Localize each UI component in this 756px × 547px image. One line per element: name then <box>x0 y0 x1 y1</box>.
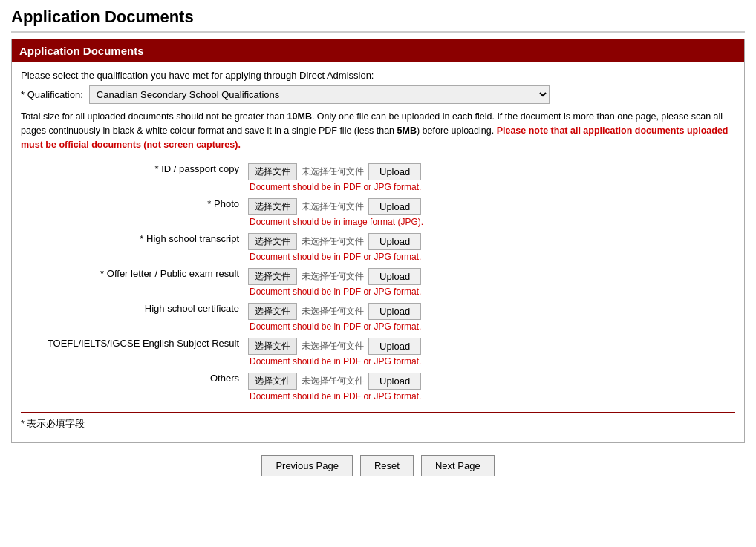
upload-row: * Offer letter / Public exam result选择文件未… <box>21 265 735 300</box>
upload-row: * ID / passport copy选择文件未选择任何文件UploadDoc… <box>21 160 735 195</box>
file-placeholder: 未选择任何文件 <box>302 200 364 213</box>
upload-button[interactable]: Upload <box>368 268 421 285</box>
field-control: 选择文件未选择任何文件UploadDocument should be in P… <box>244 335 735 370</box>
field-label: Others <box>21 370 244 404</box>
format-hint: Document should be in PDF or JPG format. <box>248 182 731 192</box>
upload-button[interactable]: Upload <box>368 163 421 180</box>
field-control: 选择文件未选择任何文件UploadDocument should be in P… <box>244 265 735 300</box>
field-control: 选择文件未选择任何文件UploadDocument should be in P… <box>244 230 735 265</box>
page-title: Application Documents <box>11 7 745 33</box>
upload-row: * High school transcript选择文件未选择任何文件Uploa… <box>21 230 735 265</box>
format-hint: Document should be in PDF or JPG format. <box>248 391 731 402</box>
application-documents-section: Application Documents Please select the … <box>11 39 745 443</box>
qualification-row: * Qualification: Canadian Secondary Scho… <box>21 85 735 104</box>
field-control: 选择文件未选择任何文件UploadDocument should be in i… <box>244 195 735 230</box>
next-page-button[interactable]: Next Page <box>421 455 495 476</box>
upload-button[interactable]: Upload <box>368 373 421 390</box>
upload-button[interactable]: Upload <box>368 233 421 250</box>
choose-file-button[interactable]: 选择文件 <box>248 268 297 285</box>
choose-file-button[interactable]: 选择文件 <box>248 373 297 390</box>
upload-row: Others选择文件未选择任何文件UploadDocument should b… <box>21 370 735 404</box>
upload-row: * Photo选择文件未选择任何文件UploadDocument should … <box>21 195 735 230</box>
file-placeholder: 未选择任何文件 <box>302 166 364 178</box>
field-label: * Offer letter / Public exam result <box>21 265 244 300</box>
field-label: * ID / passport copy <box>21 160 244 195</box>
choose-file-button[interactable]: 选择文件 <box>248 233 297 250</box>
upload-button[interactable]: Upload <box>368 303 421 320</box>
format-hint: Document should be in PDF or JPG format. <box>248 252 731 262</box>
upload-table: * ID / passport copy选择文件未选择任何文件UploadDoc… <box>21 160 735 404</box>
qualification-label: * Qualification: <box>21 89 83 100</box>
format-hint: Document should be in image format (JPG)… <box>248 217 731 227</box>
field-label: High school certificate <box>21 300 244 335</box>
field-label: TOEFL/IELTS/IGCSE English Subject Result <box>21 335 244 370</box>
reset-button[interactable]: Reset <box>360 455 414 476</box>
info-text: Total size for all uploaded documents sh… <box>21 110 735 151</box>
file-placeholder: 未选择任何文件 <box>302 305 364 318</box>
section-header: Application Documents <box>12 39 744 62</box>
info-bold1: 10MB <box>287 111 312 122</box>
file-placeholder: 未选择任何文件 <box>302 375 364 387</box>
file-placeholder: 未选择任何文件 <box>302 340 364 353</box>
upload-row: TOEFL/IELTS/IGCSE English Subject Result… <box>21 335 735 370</box>
previous-page-button[interactable]: Previous Page <box>261 455 353 476</box>
info-text-part3: ) before uploading. <box>417 125 497 136</box>
choose-file-button[interactable]: 选择文件 <box>248 338 297 355</box>
upload-button[interactable]: Upload <box>368 338 421 355</box>
field-control: 选择文件未选择任何文件UploadDocument should be in P… <box>244 370 735 404</box>
format-hint: Document should be in PDF or JPG format. <box>248 356 731 367</box>
qualification-select[interactable]: Canadian Secondary School Qualifications… <box>89 85 550 104</box>
section-body: Please select the qualification you have… <box>12 62 744 442</box>
file-placeholder: 未选择任何文件 <box>302 270 364 283</box>
field-label: * High school transcript <box>21 230 244 265</box>
file-placeholder: 未选择任何文件 <box>302 235 364 248</box>
format-hint: Document should be in PDF or JPG format. <box>248 286 731 297</box>
info-bold2: 5MB <box>397 125 417 136</box>
field-control: 选择文件未选择任何文件UploadDocument should be in P… <box>244 160 735 195</box>
bottom-buttons: Previous Page Reset Next Page <box>11 455 745 484</box>
format-hint: Document should be in PDF or JPG format. <box>248 321 731 332</box>
choose-file-button[interactable]: 选择文件 <box>248 303 297 320</box>
upload-row: High school certificate选择文件未选择任何文件Upload… <box>21 300 735 335</box>
info-text-part1: Total size for all uploaded documents sh… <box>21 111 287 122</box>
field-control: 选择文件未选择任何文件UploadDocument should be in P… <box>244 300 735 335</box>
upload-button[interactable]: Upload <box>368 198 421 215</box>
choose-file-button[interactable]: 选择文件 <box>248 198 297 215</box>
field-label: * Photo <box>21 195 244 230</box>
choose-file-button[interactable]: 选择文件 <box>248 163 297 180</box>
qualification-note: Please select the qualification you have… <box>21 70 735 81</box>
required-note: * 表示必填字段 <box>21 412 735 435</box>
